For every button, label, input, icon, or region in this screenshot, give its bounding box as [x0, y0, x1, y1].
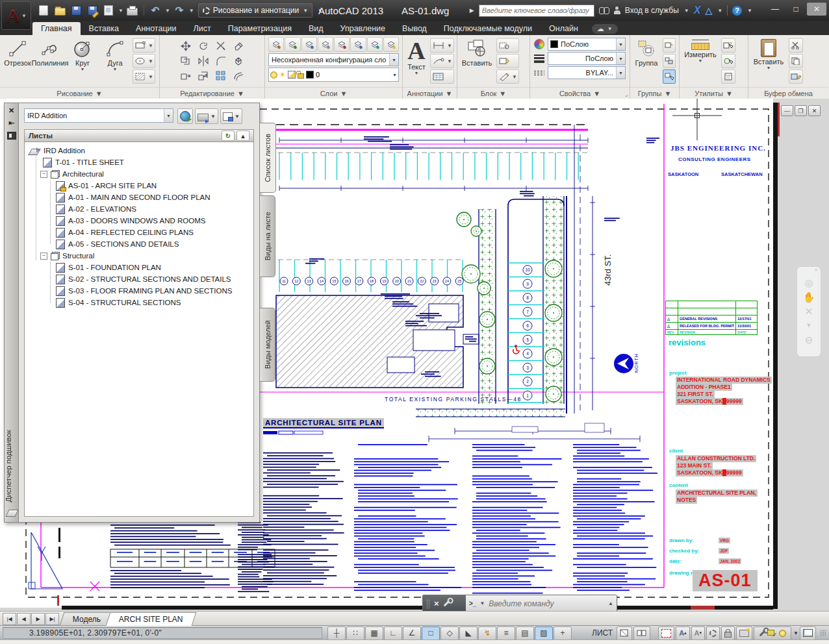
- ribbon-tab-аннотации[interactable]: Аннотации: [127, 22, 185, 35]
- erase-button[interactable]: [230, 39, 247, 53]
- binoculars-icon[interactable]: [599, 7, 609, 14]
- calculator-button[interactable]: [721, 69, 735, 84]
- arc-button[interactable]: Дуга▼: [100, 37, 130, 85]
- ribbon-tab-лист[interactable]: Лист: [185, 22, 220, 35]
- save-button[interactable]: [69, 4, 83, 17]
- doc-minimize-button[interactable]: —: [781, 105, 793, 116]
- ungroup-button[interactable]: [663, 54, 676, 68]
- group-button[interactable]: Группа: [633, 37, 660, 85]
- ribbon-tab-вставка[interactable]: Вставка: [81, 22, 127, 35]
- layout-mode-button[interactable]: ЛИСТ: [589, 627, 615, 639]
- block-define-button[interactable]: ▼: [496, 69, 519, 84]
- lock-ui-button[interactable]: [721, 626, 735, 640]
- cloud-dropdown[interactable]: ☁▼: [592, 24, 618, 34]
- tree-sheet-a-05-sections-and-details[interactable]: A-05 - SECTIONS AND DETAILS: [25, 238, 253, 250]
- drawing-area[interactable]: 1112131415161718192021222324251098765432…: [0, 99, 829, 611]
- viewport-maximize-button[interactable]: [658, 626, 674, 640]
- hardware-accel-button[interactable]: [736, 626, 752, 640]
- layer-freeze-button[interactable]: [334, 37, 350, 52]
- toggle-ortho[interactable]: ∟: [384, 626, 402, 640]
- panel-label-utilities[interactable]: Утилиты▼: [680, 87, 748, 99]
- undo-button[interactable]: ↶: [148, 4, 162, 17]
- group-select-button[interactable]: [663, 69, 676, 84]
- toggle-dyn-ucs[interactable]: ◣: [459, 626, 478, 640]
- doc-restore-button[interactable]: ❐: [795, 105, 807, 116]
- app-menu-button[interactable]: A▼: [1, 1, 31, 30]
- recent-commands-icon[interactable]: >_: [469, 600, 476, 607]
- fillet-button[interactable]: [212, 54, 229, 68]
- linetype-dropdown[interactable]: BYLAY...▼: [548, 66, 626, 79]
- publish-button[interactable]: ▼: [195, 108, 218, 124]
- quick-select-button[interactable]: [721, 38, 735, 53]
- first-layout-button[interactable]: |◀: [3, 613, 16, 625]
- ribbon-tab-подключаемые-модули[interactable]: Подключаемые модули: [435, 22, 541, 35]
- layer-off-button[interactable]: [350, 37, 366, 52]
- command-line[interactable]: × >_ ▼ ▲: [422, 595, 617, 611]
- tree-sheet-a-02-elevations[interactable]: A-02 - ELEVATIONS: [25, 203, 253, 215]
- panel-label-modify[interactable]: Редактирование▼: [160, 87, 264, 99]
- resize-grip[interactable]: [820, 630, 826, 636]
- tree-sheet-as-01-arch-site-plan[interactable]: AS-01 - ARCH SITE PLAN: [25, 180, 253, 192]
- block-attribute-button[interactable]: [496, 54, 519, 68]
- palette-titlebar[interactable]: ✕ ⇤ Диспетчер подшивок: [4, 103, 18, 523]
- layer-match-button[interactable]: [367, 37, 383, 52]
- collapse-box-icon[interactable]: −: [40, 171, 47, 178]
- redo-button[interactable]: ↷: [172, 4, 186, 17]
- status-menu-icon[interactable]: ▼: [793, 630, 798, 636]
- next-layout-button[interactable]: ▶: [31, 613, 45, 625]
- layer-config-dropdown[interactable]: Несохраненная конфигурация сло▼: [268, 53, 399, 66]
- pan-hand-icon[interactable]: ✋: [803, 293, 815, 301]
- explode-button[interactable]: [230, 54, 247, 68]
- dialog-launcher-icon[interactable]: ⌟: [625, 92, 628, 97]
- new-file-button[interactable]: [36, 4, 51, 17]
- toggle-transparency[interactable]: ▨: [535, 626, 553, 640]
- tree-sheet-a-04-reflected-ceiling-plans[interactable]: A-04 - REFLECTED CEILING PLANS: [25, 227, 253, 238]
- tree-sheet-ird-addition[interactable]: IRD Addition: [25, 145, 253, 156]
- doc-close-button[interactable]: ✕: [808, 105, 821, 116]
- polyline-button[interactable]: Полилиния: [35, 37, 65, 85]
- palette-tab-список-листов[interactable]: Список листов: [260, 123, 276, 193]
- copy-clip-button[interactable]: [789, 54, 803, 68]
- refresh-icon[interactable]: ↻: [222, 130, 235, 141]
- tab-arch-site-plan[interactable]: ARCH SITE PLAN: [106, 612, 197, 626]
- open-file-button[interactable]: [53, 4, 67, 17]
- table-button[interactable]: [430, 69, 454, 84]
- ribbon-tab-параметризация[interactable]: Параметризация: [220, 22, 300, 35]
- collapse-box-icon[interactable]: −: [40, 253, 47, 260]
- panel-label-annotation[interactable]: Аннотации▼: [403, 87, 457, 99]
- stretch-button[interactable]: [177, 69, 194, 83]
- save-as-button[interactable]: [85, 4, 99, 17]
- layer-dropdown[interactable]: ☀ 0 ▼: [268, 68, 399, 82]
- close-button[interactable]: ✕: [807, 3, 826, 16]
- group-edit-button[interactable]: [663, 38, 676, 53]
- block-edit-button[interactable]: [496, 38, 519, 53]
- quick-view-drawings-button[interactable]: [633, 626, 650, 640]
- palette-close-icon[interactable]: ✕: [8, 107, 14, 114]
- toggle-polar[interactable]: ∠: [403, 626, 421, 640]
- palette-autohide-pin-icon[interactable]: ⇤: [8, 119, 14, 127]
- match-properties-button[interactable]: [789, 69, 803, 84]
- command-input[interactable]: [487, 599, 606, 609]
- insert-block-button[interactable]: Вставить: [460, 37, 494, 85]
- palette-tab-виды-на-листе[interactable]: Виды на листе: [260, 195, 275, 277]
- palette-properties-icon[interactable]: [7, 132, 16, 140]
- minimize-button[interactable]: —: [765, 3, 785, 16]
- sheet-selections-button[interactable]: ▼: [220, 108, 242, 124]
- drag-handle[interactable]: [426, 599, 430, 608]
- tree-sheet-s-03-floor-framing-plan-and-sections[interactable]: S-03 - FLOOR FRAMING PLAN AND SECTIONS: [25, 285, 253, 297]
- commandline-close-icon[interactable]: ×: [434, 599, 439, 608]
- tree-sheet-s-01-foundation-plan[interactable]: S-01 - FOUNDATION PLAN: [25, 262, 253, 273]
- rectangle-button[interactable]: ▼: [133, 38, 155, 53]
- maximize-button[interactable]: □: [786, 3, 806, 16]
- plot-preview-button[interactable]: [101, 4, 116, 17]
- palette-tab-виды-моделей[interactable]: Виды моделей: [260, 308, 275, 382]
- tree-sheet-t-01-title-sheet[interactable]: T-01 - TITLE SHEET: [25, 156, 253, 168]
- customize-wrench-icon[interactable]: [443, 601, 450, 607]
- tree-sheet-s-04-structural-sections[interactable]: S-04 - STRUCTURAL SECTIONS: [25, 297, 253, 308]
- prev-layout-button[interactable]: ◀: [17, 613, 31, 625]
- ribbon-tab-управление[interactable]: Управление: [332, 22, 394, 35]
- quick-calc-button[interactable]: [721, 54, 735, 68]
- panel-label-groups[interactable]: Группы▼: [630, 87, 679, 99]
- toggle-osnap-3d[interactable]: ◇: [440, 626, 459, 640]
- offset-button[interactable]: [230, 69, 247, 83]
